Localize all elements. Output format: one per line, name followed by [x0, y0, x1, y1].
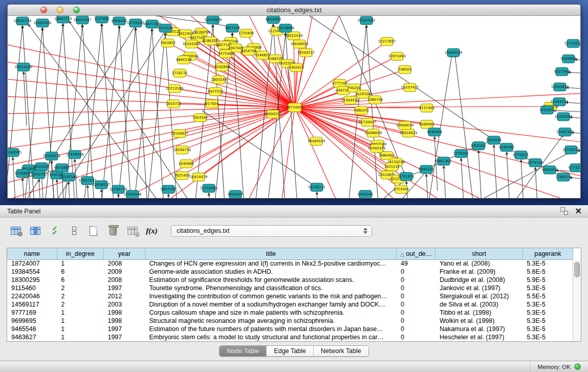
table-scrollbar-thumb[interactable]	[574, 262, 580, 277]
table-cell[interactable]: 1	[57, 309, 103, 317]
graph-node[interactable]: 6791913	[399, 172, 414, 181]
graph-node[interactable]: 1362615	[289, 63, 304, 72]
graph-node[interactable]: 748503	[398, 65, 411, 74]
graph-node[interactable]: 12444154	[551, 98, 569, 106]
graph-edge[interactable]	[238, 107, 295, 199]
graph-node[interactable]: 16033809	[204, 16, 222, 24]
table-row[interactable]: 1830029562008Estimation of significance …	[7, 276, 573, 284]
close-panel-icon[interactable]: ✕	[575, 207, 582, 215]
graph-node[interactable]: 3215955	[539, 106, 555, 114]
graph-edge[interactable]	[553, 111, 581, 112]
table-cell[interactable]: Changes of HCN gene expression and I(f) …	[145, 259, 397, 268]
graph-node[interactable]: 9890139	[176, 56, 191, 64]
table-row[interactable]: 1456911722003Disruption of a novel membe…	[7, 300, 573, 309]
table-cell[interactable]: Dudbridge et al. (2008)	[435, 276, 522, 284]
table-cell[interactable]: 0	[397, 309, 435, 317]
maximize-window-button[interactable]	[73, 7, 80, 13]
table-cell[interactable]: Genome-wide association studies in ADHD.	[145, 268, 397, 276]
graph-edge[interactable]	[190, 25, 213, 199]
table-cell[interactable]: 49	[397, 259, 435, 268]
table-cell[interactable]: 5.5E-5	[522, 292, 573, 300]
table-cell[interactable]: Nakamura et al. (1997)	[435, 325, 522, 333]
graph-edge[interactable]	[168, 194, 171, 199]
graph-hub-node[interactable]: 18724007	[286, 103, 304, 112]
graph-node[interactable]: 15046756	[173, 146, 191, 154]
table-cell[interactable]: 2012	[103, 292, 145, 300]
graph-node[interactable]: 1279191	[453, 149, 469, 158]
graph-node[interactable]: 15692391	[556, 128, 574, 136]
table-cell[interactable]: 6	[57, 268, 103, 276]
table-cell[interactable]: 2008	[103, 276, 145, 284]
graph-node[interactable]: 20206576	[43, 152, 61, 160]
column-header-year[interactable]: year	[103, 248, 145, 259]
table-cell[interactable]: 1997	[103, 325, 145, 333]
table-cell[interactable]: 9777169	[7, 309, 57, 317]
graph-edge[interactable]	[57, 180, 60, 199]
table-cell[interactable]: 1	[57, 259, 103, 268]
table-cell[interactable]: 5.6E-5	[522, 268, 573, 276]
table-cell[interactable]: 0	[397, 333, 435, 341]
float-panel-icon[interactable]	[560, 207, 568, 215]
tab-edge-table[interactable]: Edge Table	[267, 346, 313, 356]
new-document-icon[interactable]	[87, 225, 100, 237]
column-header-pagerank[interactable]: pagerank	[522, 248, 573, 259]
graph-edge[interactable]	[202, 111, 314, 185]
graph-node[interactable]: 14055724	[14, 17, 32, 25]
table-row[interactable]: 946362711997Embryonic stem cells: a mode…	[7, 333, 573, 341]
table-cell[interactable]: 5.3E-5	[522, 325, 573, 333]
graph-node[interactable]: 7625402	[175, 171, 190, 180]
table-row[interactable]: 1872400712008Changes of HCN gene express…	[7, 259, 573, 268]
table-settings-icon[interactable]	[9, 225, 22, 237]
graph-node[interactable]: 9115460	[419, 104, 434, 112]
graph-node[interactable]: 14569117	[297, 49, 315, 57]
graph-node[interactable]: 9857791	[161, 185, 176, 193]
graph-node[interactable]: 16914479	[190, 173, 208, 181]
graph-node[interactable]: 14136141	[308, 183, 326, 191]
graph-edge[interactable]	[152, 29, 168, 199]
graph-edge[interactable]	[295, 107, 581, 199]
graph-node[interactable]: 18697113	[54, 16, 72, 23]
graph-node[interactable]: 1924502	[486, 136, 502, 144]
graph-node[interactable]: 19654923	[400, 129, 418, 137]
graph-node[interactable]: 10969639	[396, 121, 414, 129]
table-cell[interactable]: de Silva et al. (2003)	[435, 300, 522, 309]
table-cell[interactable]: 0	[397, 276, 435, 284]
graph-node[interactable]: 1156869	[15, 169, 30, 178]
minimize-window-button[interactable]	[57, 7, 63, 13]
table-cell[interactable]: 5.3E-5	[522, 309, 573, 317]
table-row[interactable]: 977716911998Corpus callosum shape and si…	[7, 309, 573, 317]
table-cell[interactable]: Disruption of a novel member of a sodium…	[145, 300, 397, 309]
table-cell[interactable]: 14569117	[7, 300, 57, 309]
graph-edge[interactable]	[8, 107, 295, 133]
table-cell[interactable]: 18724007	[7, 259, 57, 268]
graph-node[interactable]: 11923448	[124, 190, 142, 199]
table-cell[interactable]: Hescheler et al. (1997)	[435, 333, 522, 341]
graph-node[interactable]: 1769213	[556, 173, 571, 181]
graph-node[interactable]: 6773211	[513, 151, 529, 159]
table-cell[interactable]: 1	[57, 325, 103, 333]
column-header-out_de[interactable]: △out_de…	[397, 248, 435, 259]
trash-icon[interactable]	[106, 225, 119, 237]
graph-node[interactable]: 20691406	[34, 19, 52, 27]
tab-network-table[interactable]: Network Table	[314, 346, 368, 356]
graph-node[interactable]: 16210643	[555, 113, 573, 121]
graph-node[interactable]: 9450412	[542, 166, 557, 174]
graph-edge[interactable]	[69, 21, 192, 199]
table-cell[interactable]: 1997	[103, 284, 145, 292]
table-cell[interactable]: 18300295	[7, 276, 57, 284]
graph-node[interactable]: 10653287	[74, 16, 92, 24]
table-cell[interactable]: 5.9E-5	[522, 276, 573, 284]
graph-node[interactable]: 917004	[205, 100, 219, 108]
table-cell[interactable]: 9463627	[7, 333, 57, 341]
graph-node[interactable]: 7857224	[225, 24, 240, 32]
graph-edge[interactable]	[209, 193, 212, 199]
table-selector-dropdown[interactable]: citations_edges.txt	[171, 225, 372, 237]
network-window-titlebar[interactable]: citations_edges.txt	[8, 5, 580, 16]
table-row[interactable]: 2242004622012Investigating the contribut…	[7, 292, 573, 300]
graph-node[interactable]: 15716485	[200, 184, 218, 192]
graph-edge[interactable]	[494, 145, 497, 199]
graph-node[interactable]: 9465546	[358, 190, 373, 199]
citation-network-graph[interactable]: 1872400718300295193845549860128591295418…	[8, 16, 581, 199]
table-cell[interactable]: Jankovic et al. (1997)	[435, 284, 522, 292]
table-row[interactable]: 969969511998Structural magnetic resonanc…	[7, 317, 573, 325]
